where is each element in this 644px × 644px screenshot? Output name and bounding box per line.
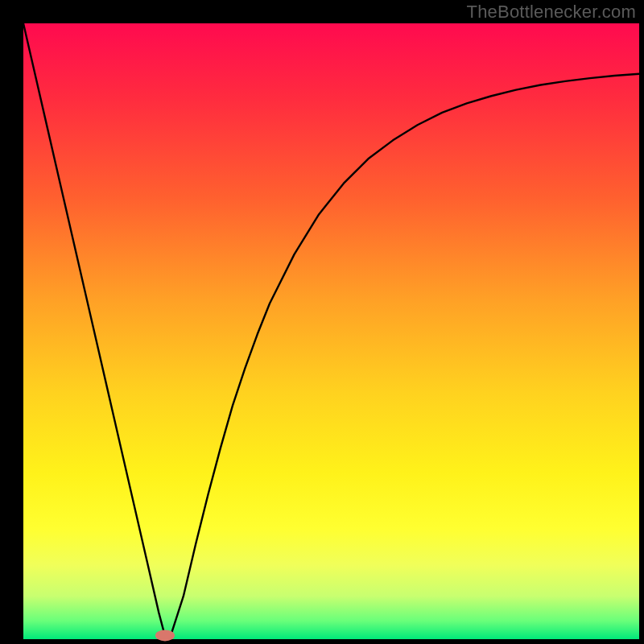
chart-plot-area xyxy=(23,23,639,639)
optimum-marker xyxy=(155,630,175,641)
bottleneck-chart: TheBottlenecker.com xyxy=(0,0,644,644)
watermark-text: TheBottlenecker.com xyxy=(467,2,636,23)
chart-svg xyxy=(0,0,644,644)
